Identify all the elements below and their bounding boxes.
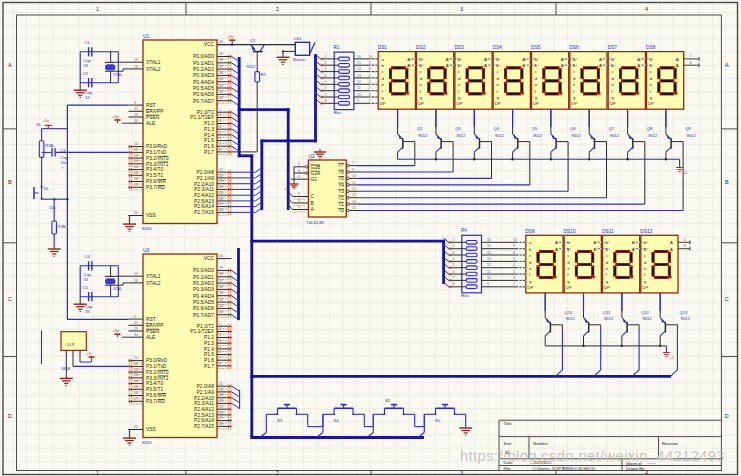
svg-text:2: 2 [513,270,515,274]
svg-text:2: 2 [298,199,300,203]
svg-text:33: 33 [84,277,89,282]
svg-text:6: 6 [325,86,327,90]
svg-text:P0.6/AD6: P0.6/AD6 [193,92,214,97]
svg-text:WR: WR [158,393,167,398]
svg-text:23: 23 [219,393,223,397]
svg-text:P2.3/A11: P2.3/A11 [194,187,214,192]
svg-text:S5: S5 [435,418,441,423]
svg-text:9012: 9012 [495,133,505,138]
svg-text:7: 7 [325,93,327,97]
svg-text:INT1: INT1 [158,376,169,381]
svg-text:P1.1/T2EX: P1.1/T2EX [190,329,214,334]
svg-text:Res: Res [461,293,468,298]
svg-text:14: 14 [487,251,491,255]
svg-text:C5: C5 [83,285,89,290]
svg-text:4: 4 [513,263,515,267]
svg-text:VSS: VSS [146,213,157,218]
svg-text:Drawn By:: Drawn By: [626,466,645,471]
svg-text:12: 12 [357,80,361,84]
svg-text:P3.1/TxD: P3.1/TxD [146,364,167,369]
svg-text:DS4: DS4 [493,45,503,50]
svg-text:P2.7/A15: P2.7/A15 [194,424,214,429]
svg-text:9: 9 [134,315,136,319]
svg-text:38: 38 [219,58,223,62]
svg-text:13: 13 [357,74,361,78]
svg-text:22: 22 [219,388,223,392]
svg-text:3: 3 [513,276,515,280]
svg-text:31: 31 [134,321,138,325]
svg-text:P3.7/: P3.7/ [146,399,158,404]
svg-text:15: 15 [487,244,491,248]
svg-text:C: C [311,194,315,199]
svg-text:P0.1/AD1: P0.1/AD1 [193,275,214,280]
svg-text:9012: 9012 [533,133,543,138]
svg-text:C: C [8,296,12,302]
svg-text:28: 28 [219,208,223,212]
svg-text:6: 6 [690,61,692,65]
svg-text:9012: 9012 [604,316,614,321]
svg-text:DS1: DS1 [378,45,388,50]
svg-text:A: A [8,62,12,68]
svg-text:34: 34 [219,298,223,302]
svg-text:XTAL1: XTAL1 [146,60,161,65]
svg-text:Q5: Q5 [532,126,538,131]
svg-text:P2.6/A14: P2.6/A14 [194,204,214,209]
svg-text:Res: Res [334,110,341,115]
svg-text:33: 33 [219,304,223,308]
svg-text:17: 17 [134,397,138,401]
svg-text:15: 15 [357,61,361,65]
svg-text:R3A: R3A [46,143,54,148]
svg-text:25: 25 [219,191,223,195]
svg-text:DS9: DS9 [525,229,535,234]
svg-text:XTAL2: XTAL2 [146,281,161,286]
svg-text:12: 12 [352,187,356,191]
svg-text:DP: DP [527,285,533,290]
svg-text:4: 4 [453,257,455,261]
svg-text:6: 6 [684,244,686,248]
svg-text:20: 20 [134,425,138,429]
svg-text:36: 36 [219,285,223,289]
svg-text:DP: DP [642,285,648,290]
svg-text:P1.3: P1.3 [204,341,214,346]
svg-text:16: 16 [134,177,138,181]
svg-text:17: 17 [134,183,138,187]
svg-text:XTAL2: XTAL2 [146,67,161,72]
svg-text:A: A [676,57,679,62]
svg-text:A: A [676,63,679,68]
svg-text:ALE: ALE [146,121,156,126]
svg-text:10: 10 [487,276,491,280]
svg-text:13: 13 [134,373,138,377]
svg-text:P3.4/T0: P3.4/T0 [146,381,163,386]
svg-text:Q6: Q6 [570,126,576,131]
svg-text:10: 10 [134,142,138,146]
svg-text:26: 26 [219,411,223,415]
svg-text:13: 13 [134,159,138,163]
svg-text:P2.2/A10: P2.2/A10 [194,182,214,187]
svg-text:P2.0/A8: P2.0/A8 [197,384,215,389]
svg-text:7: 7 [369,99,371,103]
svg-text:+5v: +5v [112,114,120,119]
svg-text:ALE: ALE [146,335,156,340]
svg-text:19: 19 [134,58,138,62]
svg-text:A: A [593,240,596,245]
svg-text:Y7: Y7 [338,163,344,168]
svg-text:RD: RD [158,185,166,190]
svg-text:33: 33 [85,95,90,100]
svg-text:DP: DP [571,101,577,106]
svg-text:37: 37 [219,279,223,283]
svg-text:4: 4 [645,6,648,12]
svg-text:21: 21 [219,382,223,386]
svg-text:9: 9 [487,282,489,286]
svg-text:+5: +5 [683,171,687,175]
svg-text:15: 15 [352,206,356,210]
svg-text:U2: U2 [308,153,315,159]
svg-text:XTAL: XTAL [113,73,122,77]
svg-text:1: 1 [298,205,300,209]
svg-text:4: 4 [645,470,648,476]
svg-text:10: 10 [513,238,517,242]
svg-text:DS10: DS10 [564,229,576,234]
svg-text:Y1: Y1 [338,202,344,207]
svg-text:C2: C2 [83,71,89,76]
svg-text:2: 2 [219,327,221,331]
svg-text:Q7: Q7 [609,126,615,131]
